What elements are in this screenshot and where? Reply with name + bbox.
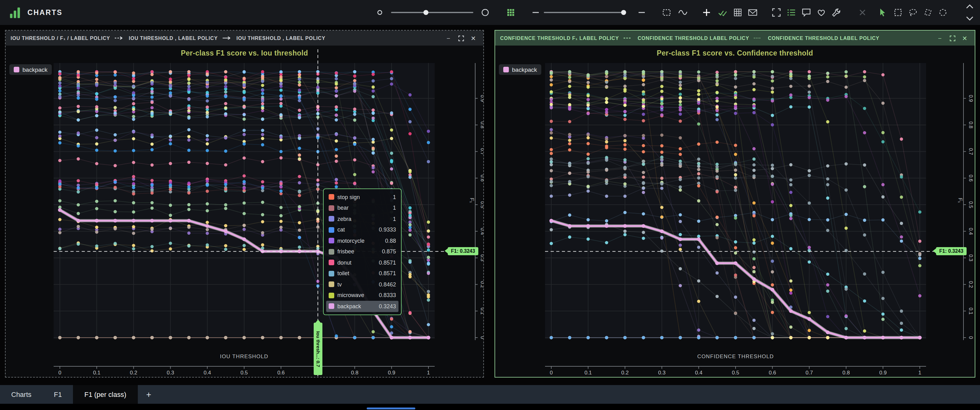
svg-text:0.8: 0.8	[480, 121, 483, 128]
svg-text:0.8: 0.8	[843, 370, 850, 376]
class-name: frisbee	[337, 249, 379, 255]
panel-close-button[interactable]: ✕	[468, 33, 478, 43]
tab-f1[interactable]: F1	[43, 385, 73, 404]
grid-density-icon[interactable]	[506, 8, 516, 18]
legend-label: backpack	[22, 66, 48, 73]
charts-logo-icon	[10, 7, 22, 18]
class-f1-value: 0.875	[382, 249, 396, 255]
comment-icon[interactable]	[801, 8, 811, 18]
class-f1-value: 1	[393, 205, 396, 211]
opacity-slider[interactable]	[544, 8, 626, 18]
svg-text:0.1: 0.1	[93, 370, 100, 376]
slider-thumb[interactable]	[621, 10, 626, 15]
large-circle-icon[interactable]	[480, 8, 490, 18]
double-check-icon[interactable]	[718, 8, 728, 18]
chevron-down-icon[interactable]	[965, 13, 975, 22]
svg-text:0.5: 0.5	[968, 201, 974, 208]
tab-f1-per-class[interactable]: F1 (per class)	[73, 385, 138, 404]
class-name: tv	[337, 281, 376, 288]
cursor-icon[interactable]	[877, 8, 888, 18]
legend-chip-backpack[interactable]: backpack	[499, 64, 541, 75]
svg-text:F₁: F₁	[469, 198, 475, 203]
small-circle-icon[interactable]	[375, 8, 385, 18]
class-name: bear	[337, 205, 390, 211]
minus-icon[interactable]	[637, 8, 647, 18]
panel-header-confidence[interactable]: CONFIDENCE THRESHOLD F₁ LABEL POLICY CON…	[495, 30, 975, 46]
trace-label: IOU THRESHOLD , LABEL POLICY	[129, 35, 218, 41]
class-f1-value: 0.8571	[379, 271, 396, 277]
curve-icon[interactable]	[678, 8, 688, 18]
chevron-up-icon[interactable]	[965, 2, 975, 11]
trace-label: CONFIDENCE THRESHOLD LABEL POLICY	[638, 35, 749, 41]
svg-text:0.1: 0.1	[480, 308, 483, 314]
circle-select-icon[interactable]	[938, 8, 948, 18]
svg-text:0.2: 0.2	[480, 281, 483, 288]
svg-text:0: 0	[968, 337, 974, 339]
dashed-arrow-icon	[115, 35, 124, 41]
svg-text:0.7: 0.7	[480, 148, 483, 155]
panel-close-button[interactable]: ✕	[960, 33, 970, 43]
class-color-swatch	[329, 249, 334, 255]
scatter-plot-iou[interactable]: 00.10.20.30.40.50.60.70.80.91IOU THRESHO…	[6, 46, 483, 377]
class-f1-value: 1	[393, 194, 396, 200]
lasso-select-icon[interactable]	[908, 8, 918, 18]
panel-maximize-button[interactable]	[947, 33, 957, 43]
tooltip-row: donut0.8571	[326, 257, 398, 268]
list-icon[interactable]	[786, 8, 796, 18]
svg-text:0.1: 0.1	[968, 308, 974, 314]
chart-area-iou[interactable]: Per-class F1 score vs. Iou threshold bac…	[6, 46, 483, 377]
svg-text:0.7: 0.7	[968, 148, 974, 155]
polygon-select-icon[interactable]	[923, 8, 933, 18]
chart-title: Per-class F1 score vs. Iou threshold	[6, 49, 483, 57]
svg-text:0.3: 0.3	[968, 254, 974, 261]
svg-text:0: 0	[480, 337, 483, 339]
scatter-plot-confidence[interactable]: 00.10.20.30.40.50.60.70.80.91CONFIDENCE …	[495, 46, 975, 377]
class-color-swatch	[329, 271, 334, 276]
trace-label: IOU THRESHOLD / F₁ / LABEL POLICY	[11, 35, 110, 41]
horizontal-scrollbar-thumb[interactable]	[367, 407, 415, 409]
point-size-slider[interactable]	[391, 8, 473, 18]
svg-text:0.4: 0.4	[968, 228, 974, 235]
class-name: cat	[337, 227, 376, 233]
tooltip-row: zebra1	[326, 214, 398, 224]
svg-text:0.9: 0.9	[879, 370, 887, 376]
class-name: motorcycle	[337, 238, 382, 244]
class-f1-value: 0.8571	[379, 260, 396, 266]
grid-view-icon[interactable]	[733, 8, 743, 18]
tooltip-row: toilet0.8571	[326, 268, 398, 279]
slider-thumb[interactable]	[423, 10, 428, 15]
tooltip-row: cat0.9333	[326, 224, 398, 235]
tab-charts[interactable]: Charts	[0, 385, 43, 404]
add-tab-button[interactable]: +	[137, 385, 160, 404]
fullscreen-icon[interactable]	[772, 8, 781, 18]
legend-chip-backpack[interactable]: backpack	[10, 64, 52, 75]
class-name: toilet	[337, 271, 376, 277]
slider-track	[391, 12, 473, 13]
class-name: donut	[337, 260, 376, 266]
chart-area-confidence[interactable]: Per-class F1 score vs. Confidence thresh…	[495, 46, 975, 377]
solid-arrow-icon	[222, 35, 232, 41]
svg-text:IOU THRESHOLD: IOU THRESHOLD	[220, 354, 268, 359]
minus-icon[interactable]	[531, 8, 541, 18]
add-icon[interactable]	[702, 8, 711, 18]
trace-label: CONFIDENCE THRESHOLD LABEL POLICY	[768, 35, 880, 41]
heart-icon[interactable]	[816, 8, 826, 18]
svg-text:0.2: 0.2	[621, 370, 629, 376]
class-color-swatch	[329, 216, 334, 222]
panel-header-iou[interactable]: IOU THRESHOLD / F₁ / LABEL POLICY IOU TH…	[6, 30, 483, 46]
wrench-icon[interactable]	[831, 8, 841, 18]
envelope-icon[interactable]	[748, 8, 758, 18]
legend-swatch	[503, 67, 509, 72]
panel-minimize-button[interactable]: −	[443, 33, 453, 43]
rect-select-icon[interactable]	[893, 8, 903, 18]
svg-text:0.8: 0.8	[968, 121, 974, 128]
tooltip-row: bear1	[326, 203, 398, 214]
panel-minimize-button[interactable]: −	[935, 33, 945, 43]
panel-maximize-button[interactable]	[456, 33, 466, 43]
chart-panel-iou: IOU THRESHOLD / F₁ / LABEL POLICY IOU TH…	[5, 30, 484, 378]
dotted-line-icon	[754, 35, 764, 41]
svg-text:F₁: F₁	[957, 198, 963, 203]
tooltip-row: motorcycle0.88	[326, 235, 398, 246]
class-color-swatch	[329, 238, 334, 244]
marquee-select-icon[interactable]	[662, 8, 671, 18]
